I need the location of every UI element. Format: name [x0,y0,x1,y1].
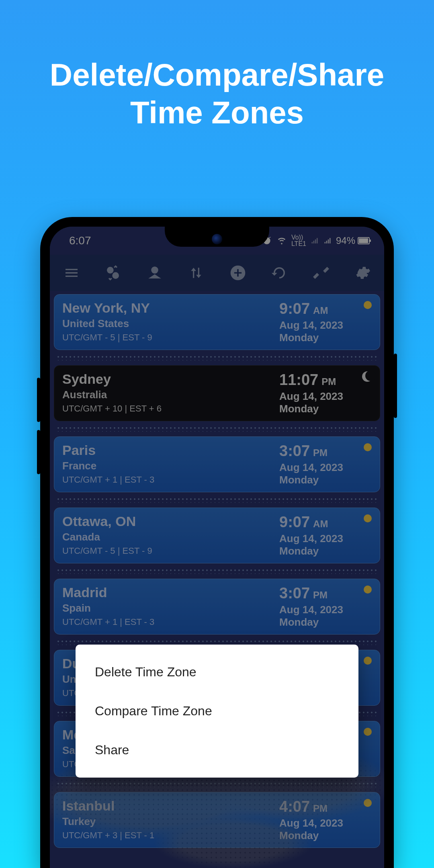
promo-line1: Delete/Compare/Share [0,56,434,94]
promo-title: Delete/Compare/Share Time Zones [0,0,434,131]
power-button [394,354,397,418]
context-menu: Delete Time Zone Compare Time Zone Share [76,645,358,778]
promo-line2: Time Zones [0,94,434,132]
phone-frame: 6:07 Vo)) LTE1 94% [40,217,394,868]
phone-screen: 6:07 Vo)) LTE1 94% [50,227,384,868]
menu-item-delete[interactable]: Delete Time Zone [76,653,358,692]
menu-item-compare[interactable]: Compare Time Zone [76,692,358,731]
volume-up-button [37,378,40,422]
volume-down-button [37,430,40,474]
menu-item-share[interactable]: Share [76,731,358,770]
